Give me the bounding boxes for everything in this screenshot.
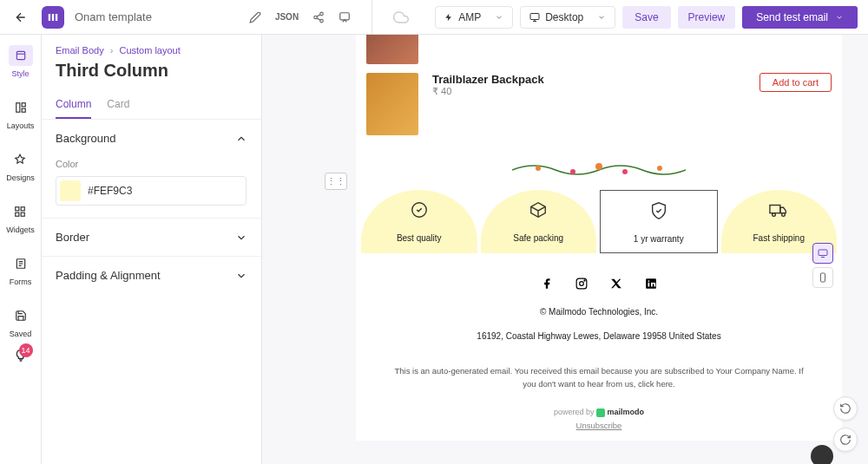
svg-rect-1	[52, 13, 54, 20]
tab-card[interactable]: Card	[107, 91, 129, 119]
svg-rect-0	[49, 13, 50, 20]
canvas: ₹ 60 Trailblazer Backpack ₹ 40 Add to ca…	[262, 35, 868, 464]
notification-badge: 14	[19, 343, 33, 357]
rail-widgets[interactable]: Widgets	[6, 201, 35, 234]
device-selector[interactable]: Desktop	[520, 6, 615, 29]
drag-handle[interactable]: ⋮⋮	[325, 173, 347, 190]
rail-forms[interactable]: Forms	[9, 253, 33, 286]
saved-icon	[15, 310, 27, 322]
feature-safe-packing[interactable]: Safe packing	[481, 190, 597, 253]
json-toggle[interactable]: JSON	[275, 12, 299, 22]
header-left: Onam template JSON	[10, 0, 409, 35]
device-label: Desktop	[545, 11, 583, 23]
svg-rect-32	[819, 250, 827, 256]
x-twitter-icon[interactable]	[610, 278, 622, 290]
designs-icon	[14, 154, 26, 166]
panel-tabs: Column Card	[42, 91, 261, 120]
rail-layouts[interactable]: Layouts	[7, 97, 35, 130]
powered-prefix: powered by	[554, 408, 596, 416]
svg-point-25	[782, 213, 786, 217]
svg-point-27	[580, 282, 584, 286]
color-value-input[interactable]	[88, 185, 242, 197]
share-icon[interactable]	[312, 11, 325, 23]
svg-point-28	[584, 280, 585, 281]
save-button[interactable]: Save	[622, 6, 670, 29]
svg-point-4	[314, 16, 318, 19]
svg-rect-10	[22, 103, 25, 107]
feature-label: 1 yr warranty	[634, 234, 684, 244]
undo-button[interactable]	[833, 396, 858, 421]
feature-block[interactable]: ⋮⋮ Best quality Safe packing	[356, 190, 842, 253]
chat-icon[interactable]	[339, 11, 351, 23]
section-background-header[interactable]: Background	[56, 132, 247, 145]
redo-button[interactable]	[833, 428, 858, 452]
svg-rect-11	[22, 108, 25, 112]
template-name[interactable]: Onam template	[75, 10, 152, 23]
breadcrumb-child[interactable]: Custom layout	[119, 45, 180, 56]
header-tools: JSON	[249, 0, 409, 35]
mobile-view-button[interactable]	[812, 267, 833, 288]
rail-designs[interactable]: Designs	[6, 149, 35, 182]
feature-best-quality[interactable]: Best quality	[361, 190, 477, 253]
edit-icon[interactable]	[249, 11, 261, 23]
rail-label: Layouts	[7, 121, 35, 130]
main-area: Style Layouts Designs Widgets Forms Save…	[0, 35, 868, 464]
svg-point-17	[536, 166, 541, 171]
rail-style[interactable]: Style	[9, 45, 33, 78]
svg-point-21	[657, 166, 662, 171]
chevron-up-icon	[235, 133, 247, 145]
back-button[interactable]	[10, 7, 31, 28]
color-input[interactable]	[56, 176, 247, 206]
side-device-controls	[812, 243, 833, 288]
rail-label: Designs	[6, 173, 35, 182]
svg-point-5	[320, 19, 324, 23]
preview-button[interactable]: Preview	[678, 6, 736, 29]
linkedin-icon[interactable]	[645, 278, 657, 290]
footer-address: 16192, Coastal Highway Lewes, Delaware 1…	[356, 330, 842, 354]
chevron-down-icon	[835, 13, 844, 22]
section-title: Background	[56, 132, 115, 145]
feature-row: Best quality Safe packing 1 yr warranty	[356, 190, 842, 253]
send-label: Send test email	[756, 11, 828, 23]
svg-point-24	[773, 213, 776, 217]
send-test-email-button[interactable]: Send test email	[742, 6, 858, 29]
rail-label: Forms	[10, 278, 32, 286]
top-header: Onam template JSON AMP Desktop Save Prev…	[0, 0, 868, 35]
section-title: Padding & Alignment	[56, 269, 161, 282]
rail-label: Style	[11, 69, 29, 78]
product-row-1[interactable]: ₹ 60	[356, 35, 842, 73]
amp-selector[interactable]: AMP	[435, 6, 513, 29]
section-padding-alignment[interactable]: Padding & Alignment	[42, 256, 261, 294]
truck-icon	[725, 200, 834, 224]
color-swatch[interactable]	[60, 180, 81, 201]
amp-label: AMP	[458, 11, 481, 23]
add-to-cart-button[interactable]: Add to cart	[760, 73, 832, 92]
help-button[interactable]	[811, 445, 833, 464]
product-row-2[interactable]: Trailblazer Backpack ₹ 40 Add to cart	[356, 73, 842, 144]
tab-column[interactable]: Column	[56, 91, 91, 119]
svg-rect-15	[22, 212, 25, 216]
chevron-down-icon	[597, 13, 606, 22]
badge-check-icon	[365, 200, 474, 224]
svg-rect-33	[821, 273, 825, 282]
svg-rect-30	[648, 283, 650, 287]
svg-rect-7	[530, 13, 539, 19]
shield-icon	[604, 201, 713, 225]
widgets-icon	[14, 206, 26, 218]
breadcrumb: Email Body › Custom layout	[42, 35, 261, 56]
instagram-icon[interactable]	[575, 278, 588, 290]
email-preview: ₹ 60 Trailblazer Backpack ₹ 40 Add to ca…	[356, 35, 842, 441]
facebook-icon[interactable]	[541, 278, 553, 290]
feature-warranty[interactable]: 1 yr warranty	[600, 190, 718, 253]
social-row	[356, 253, 842, 305]
unsubscribe-link[interactable]: Unsubscribe	[356, 421, 842, 441]
section-title: Border	[56, 231, 89, 244]
section-border[interactable]: Border	[42, 218, 261, 256]
rail-tips[interactable]: 14	[14, 349, 28, 363]
cloud-sync-icon[interactable]	[393, 10, 409, 25]
breadcrumb-parent[interactable]: Email Body	[56, 45, 104, 56]
rail-saved[interactable]: Saved	[9, 305, 33, 338]
product-price: ₹ 40	[432, 86, 746, 97]
svg-point-18	[570, 169, 575, 174]
desktop-view-button[interactable]	[812, 243, 833, 264]
